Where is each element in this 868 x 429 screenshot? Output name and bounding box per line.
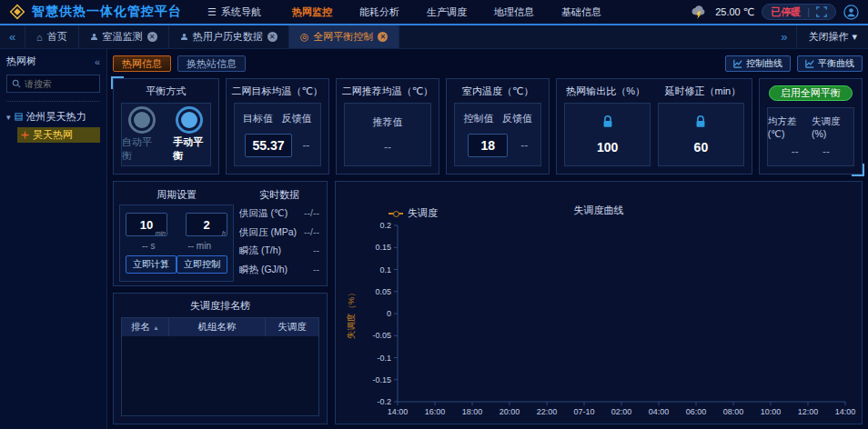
sidebar-divider xyxy=(6,101,100,102)
tree-search-box xyxy=(6,75,100,93)
tree-node-network-selected[interactable]: 昊天热网 xyxy=(17,127,100,143)
manual-balance-label: 手动平衡 xyxy=(173,135,209,163)
close-tab-icon[interactable]: ✕ xyxy=(147,32,157,42)
tree-node-company[interactable]: ▾ 沧州昊天热力 xyxy=(6,110,100,124)
feedback-value-label: 反馈值 xyxy=(502,112,532,125)
tree-expand-icon[interactable]: ▾ xyxy=(6,113,11,122)
close-operations-label: 关闭操作 xyxy=(808,30,848,44)
menu-item-basic-info[interactable]: 基础信息 xyxy=(561,5,601,19)
search-icon xyxy=(12,79,21,88)
brand-title: 智慧供热一体化管控平台 xyxy=(32,4,182,20)
tab-network-balance-label: 全网平衡控制 xyxy=(313,30,373,44)
target-value-label: 目标值 xyxy=(243,112,273,125)
menu-item-energy-analysis[interactable]: 能耗分析 xyxy=(359,5,399,19)
close-tab-icon[interactable]: ✕ xyxy=(267,32,278,42)
svg-text:14:00: 14:00 xyxy=(835,407,856,416)
search-input[interactable] xyxy=(25,79,95,89)
svg-text:04:00: 04:00 xyxy=(649,407,670,416)
close-tab-icon[interactable]: ✕ xyxy=(378,32,388,42)
control-cycle-input[interactable] xyxy=(186,213,227,236)
realtime-row: 瞬热 (GJ/h) -- xyxy=(239,264,319,276)
tabbar-right: » 关闭操作 ▾ xyxy=(772,25,868,48)
cycle-settings-card: 周期设置 min h xyxy=(113,181,328,286)
user-icon xyxy=(90,33,98,41)
svg-text:-0.15: -0.15 xyxy=(372,375,391,384)
enable-balance-card: 启用全网平衡 均方差(℃) 失调度(%) -- -- xyxy=(759,78,863,175)
auto-balance-label: 自动平衡 xyxy=(122,135,158,163)
control-curve-button[interactable]: 控制曲线 xyxy=(725,55,791,72)
close-operations-dropdown[interactable]: 关闭操作 ▾ xyxy=(796,25,868,48)
balance-curve-label: 平衡曲线 xyxy=(818,57,854,70)
hamburger-icon: ☰ xyxy=(207,6,217,18)
output-delay-card: 热网输出比（%） 延时修正（min） 100 xyxy=(556,78,752,175)
fullscreen-icon[interactable] xyxy=(816,6,827,17)
legend-line-icon xyxy=(389,213,403,214)
tab-room-temp-monitor[interactable]: 室温监测 ✕ xyxy=(79,25,169,48)
chart-line-icon xyxy=(805,59,814,68)
ranking-header-imbalance: 失调度 xyxy=(266,318,318,336)
user-avatar-icon[interactable] xyxy=(843,5,859,20)
expand-tabs-icon[interactable]: » xyxy=(772,30,796,44)
ranking-table-body xyxy=(122,336,318,415)
tab-home-label: 首页 xyxy=(47,30,67,44)
indoor-temp-card: 室内温度（℃） 控制值 反馈值 -- xyxy=(446,78,550,175)
indoor-temp-input[interactable] xyxy=(468,134,508,157)
svg-text:0.1: 0.1 xyxy=(379,265,391,274)
menu-item-production-dispatch[interactable]: 生产调度 xyxy=(427,5,467,19)
feedback-value-label: 反馈值 xyxy=(281,112,311,125)
system-nav-button[interactable]: ☰ 系统导航 xyxy=(207,5,261,19)
menu-item-network-monitor[interactable]: 热网监控 xyxy=(292,5,332,19)
ranking-header-unit: 机组名称 xyxy=(169,318,266,336)
manual-balance-radio[interactable] xyxy=(176,106,203,134)
target-temp-input[interactable] xyxy=(245,134,292,157)
temperature-readout: 25.00 ℃ xyxy=(715,6,754,18)
tab-home[interactable]: ⌂ 首页 xyxy=(25,25,79,48)
sidebar-collapse-icon[interactable]: « xyxy=(95,56,100,67)
menu-item-geographic-info[interactable]: 地理信息 xyxy=(494,5,534,19)
svg-text:-0.1: -0.1 xyxy=(377,354,391,363)
lock-icon xyxy=(601,115,615,129)
app-window: 智慧供热一体化管控平台 ☰ 系统导航 热网监控 能耗分析 生产调度 地理信息 基… xyxy=(0,0,868,429)
recommend-value: -- xyxy=(384,141,391,154)
std-dev-label: 均方差(℃) xyxy=(768,115,812,139)
svg-text:08:00: 08:00 xyxy=(723,407,744,416)
ranking-table: 排名 ▲ 机组名称 失调度 xyxy=(121,317,319,416)
svg-text:18:00: 18:00 xyxy=(462,407,483,416)
balance-mode-title: 平衡方式 xyxy=(114,79,218,98)
svg-text:0.05: 0.05 xyxy=(375,287,391,296)
svg-text:07-10: 07-10 xyxy=(573,407,594,416)
control-now-button[interactable]: 立即控制 xyxy=(177,255,227,274)
main-menu: 热网监控 能耗分析 生产调度 地理信息 基础信息 xyxy=(292,5,601,19)
target-feedback-value: -- xyxy=(302,139,309,152)
svg-text:0.2: 0.2 xyxy=(379,221,391,230)
lock-icon xyxy=(693,115,708,129)
tab-room-temp-label: 室温监测 xyxy=(103,30,143,44)
calc-countdown: -- s xyxy=(142,241,155,251)
home-icon: ⌂ xyxy=(36,32,43,43)
svg-text:02:00: 02:00 xyxy=(611,407,632,416)
subtab-network-info[interactable]: 热网信息 xyxy=(113,55,171,72)
valve-icon xyxy=(21,131,29,139)
tree-node-network-label: 昊天热网 xyxy=(33,128,73,142)
realtime-data-title: 实时数据 xyxy=(239,185,319,202)
tab-network-balance[interactable]: ◎ 全网平衡控制 ✕ xyxy=(289,25,400,48)
collapse-tabs-icon[interactable]: « xyxy=(0,25,25,48)
svg-text:10:00: 10:00 xyxy=(761,407,782,416)
ranking-title: 失调度排名榜 xyxy=(114,294,327,313)
ranking-header-rank[interactable]: 排名 ▲ xyxy=(122,318,169,336)
system-nav-label: 系统导航 xyxy=(221,5,261,19)
topbar: 智慧供热一体化管控平台 ☰ 系统导航 热网监控 能耗分析 生产调度 地理信息 基… xyxy=(0,0,868,25)
main-content: 热网信息 换热站信息 控制曲线 平衡曲线 xyxy=(107,49,868,429)
calculate-now-button[interactable]: 立即计算 xyxy=(126,255,177,274)
subtab-station-info[interactable]: 换热站信息 xyxy=(177,55,246,72)
svg-text:失调度（%）: 失调度（%） xyxy=(346,288,356,339)
svg-text:16:00: 16:00 xyxy=(425,407,446,416)
tab-user-history-label: 热用户历史数据 xyxy=(193,30,263,44)
balance-curve-button[interactable]: 平衡曲线 xyxy=(797,55,863,72)
tab-user-history[interactable]: 热用户历史数据 ✕ xyxy=(169,25,289,48)
svg-text:-0.2: -0.2 xyxy=(377,397,391,406)
imbalance-label: 失调度(%) xyxy=(812,115,853,139)
svg-text:22:00: 22:00 xyxy=(537,407,558,416)
enable-network-balance-button[interactable]: 启用全网平衡 xyxy=(769,85,853,101)
auto-balance-radio[interactable] xyxy=(128,106,156,134)
